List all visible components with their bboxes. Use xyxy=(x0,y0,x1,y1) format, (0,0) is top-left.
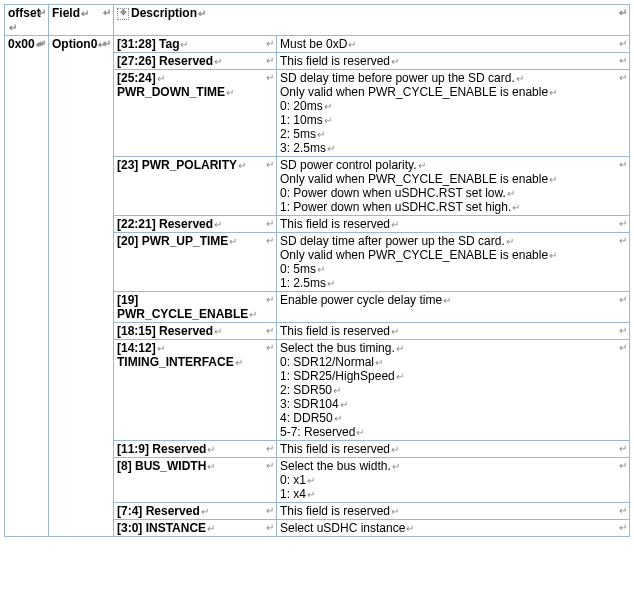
paragraph-mark-icon: ↵ xyxy=(214,56,222,67)
cell-mark-icon: ↵ xyxy=(266,294,274,305)
cell-mark-icon: ↵ xyxy=(266,505,274,516)
bitfield-cell: [18:15] Reserved↵↵ xyxy=(114,323,277,340)
paragraph-mark-icon: ↵ xyxy=(516,73,524,84)
paragraph-mark-icon: ↵ xyxy=(226,87,234,98)
cell-mark-icon: ↵ xyxy=(266,72,274,83)
paragraph-mark-icon: ↵ xyxy=(375,357,383,368)
paragraph-mark-icon: ↵ xyxy=(249,309,257,320)
description-cell: This field is reserved↵↵ xyxy=(277,503,630,520)
paragraph-mark-icon: ↵ xyxy=(391,326,399,337)
bitfield-label: TIMING_INTERFACE xyxy=(117,355,234,369)
paragraph-mark-icon: ↵ xyxy=(214,326,222,337)
header-field: Field↵ ↵ xyxy=(49,5,114,36)
description-line: Select the bus timing. xyxy=(280,341,395,355)
description-line: 1: SDR25/HighSpeed xyxy=(280,369,395,383)
paragraph-mark-icon: ↵ xyxy=(391,56,399,67)
description-line: Only valid when PWR_CYCLE_ENABLE is enab… xyxy=(280,85,548,99)
description-cell: This field is reserved↵↵ xyxy=(277,441,630,458)
cell-mark-icon: ↵ xyxy=(266,342,274,353)
cell-mark-icon: ↵ xyxy=(266,325,274,336)
cell-mark-icon: ↵ xyxy=(619,460,627,471)
table-row: 0x00↵↵Option0↵↵[31:28] Tag↵↵Must be 0xD↵… xyxy=(5,36,630,53)
bitfield-label: [19] PWR_CYCLE_ENABLE xyxy=(117,293,248,321)
description-line: 0: 5ms xyxy=(280,262,316,276)
description-cell: Select the bus timing.↵0: SDR12/Normal↵1… xyxy=(277,340,630,441)
paragraph-mark-icon: ↵ xyxy=(391,506,399,517)
cell-mark-icon: ↵ xyxy=(266,159,274,170)
description-line: 4: DDR50 xyxy=(280,411,333,425)
bitfield-label: [25:24] xyxy=(117,71,156,85)
bitfield-cell: [20] PWR_UP_TIME↵↵ xyxy=(114,233,277,292)
cell-mark-icon: ↵ xyxy=(619,55,627,66)
bitfield-label: [18:15] Reserved xyxy=(117,324,213,338)
cell-mark-icon: ↵ xyxy=(619,38,627,49)
offset-cell: 0x00↵↵ xyxy=(5,36,49,537)
cell-mark-icon: ↵ xyxy=(266,460,274,471)
description-line: Only valid when PWR_CYCLE_ENABLE is enab… xyxy=(280,248,548,262)
paragraph-mark-icon: ↵ xyxy=(506,236,514,247)
bitfield-label: [20] PWR_UP_TIME xyxy=(117,234,228,248)
description-line: 3: 2.5ms xyxy=(280,141,326,155)
description-cell: This field is reserved↵↵ xyxy=(277,53,630,70)
description-line: 0: Power down when uSDHC.RST set low. xyxy=(280,186,506,200)
paragraph-mark-icon: ↵ xyxy=(229,236,237,247)
paragraph-mark-icon: ↵ xyxy=(391,444,399,455)
table-header-row: offset↵ ↵ Field↵ ↵ ✥Description↵ ↵ xyxy=(5,5,630,36)
cell-mark-icon: ↵ xyxy=(38,38,46,49)
cell-mark-icon: ↵ xyxy=(619,443,627,454)
paragraph-mark-icon: ↵ xyxy=(512,202,520,213)
bitfield-cell: [23] PWR_POLARITY↵↵ xyxy=(114,157,277,216)
paragraph-mark-icon: ↵ xyxy=(207,461,215,472)
cell-mark-icon: ↵ xyxy=(619,325,627,336)
description-cell: Must be 0xD↵↵ xyxy=(277,36,630,53)
bitfield-cell: [7:4] Reserved↵↵ xyxy=(114,503,277,520)
bitfield-cell: [8] BUS_WIDTH↵↵ xyxy=(114,458,277,503)
bitfield-label: [23] PWR_POLARITY xyxy=(117,158,237,172)
paragraph-mark-icon: ↵ xyxy=(307,489,315,500)
cell-mark-icon: ↵ xyxy=(266,218,274,229)
bitfield-label: [8] BUS_WIDTH xyxy=(117,459,206,473)
paragraph-mark-icon: ↵ xyxy=(157,73,165,84)
bitfield-cell: [25:24]↵PWR_DOWN_TIME↵↵ xyxy=(114,70,277,157)
cell-mark-icon: ↵ xyxy=(266,443,274,454)
header-description-label: Description xyxy=(131,6,197,20)
description-line: 0: 20ms xyxy=(280,99,323,113)
header-offset-label: offset xyxy=(8,6,41,20)
paragraph-mark-icon: ↵ xyxy=(333,385,341,396)
bitfield-cell: [22:21] Reserved↵↵ xyxy=(114,216,277,233)
paragraph-mark-icon: ↵ xyxy=(507,188,515,199)
paragraph-mark-icon: ↵ xyxy=(334,413,342,424)
description-line: This field is reserved xyxy=(280,442,390,456)
bitfield-label: PWR_DOWN_TIME xyxy=(117,85,225,99)
cell-mark-icon: ↵ xyxy=(619,72,627,83)
cell-mark-icon: ↵ xyxy=(38,7,46,18)
paragraph-mark-icon: ↵ xyxy=(317,129,325,140)
paragraph-mark-icon: ↵ xyxy=(201,506,209,517)
cell-mark-icon: ↵ xyxy=(619,294,627,305)
description-line: 1: x4 xyxy=(280,487,306,501)
paragraph-mark-icon: ↵ xyxy=(392,461,400,472)
description-line: This field is reserved xyxy=(280,324,390,338)
paragraph-mark-icon: ↵ xyxy=(340,399,348,410)
table-move-handle-icon[interactable]: ✥ xyxy=(117,8,129,20)
paragraph-mark-icon: ↵ xyxy=(81,8,89,19)
paragraph-mark-icon: ↵ xyxy=(207,444,215,455)
cell-mark-icon: ↵ xyxy=(266,55,274,66)
paragraph-mark-icon: ↵ xyxy=(235,357,243,368)
paragraph-mark-icon: ↵ xyxy=(157,343,165,354)
description-line: 1: 10ms xyxy=(280,113,323,127)
description-line: SD delay time after power up the SD card… xyxy=(280,234,505,248)
paragraph-mark-icon: ↵ xyxy=(307,475,315,486)
cell-mark-icon: ↵ xyxy=(619,342,627,353)
bitfield-cell: [11:9] Reserved↵↵ xyxy=(114,441,277,458)
description-line: This field is reserved xyxy=(280,217,390,231)
bitfield-cell: [31:28] Tag↵↵ xyxy=(114,36,277,53)
paragraph-mark-icon: ↵ xyxy=(549,174,557,185)
paragraph-mark-icon: ↵ xyxy=(327,143,335,154)
paragraph-mark-icon: ↵ xyxy=(324,115,332,126)
description-line: Enable power cycle delay time xyxy=(280,293,442,307)
paragraph-mark-icon: ↵ xyxy=(198,8,206,19)
offset-value: 0x00 xyxy=(8,37,35,51)
description-line: SD power control polarity. xyxy=(280,158,417,172)
bitfield-label: [27:26] Reserved xyxy=(117,54,213,68)
